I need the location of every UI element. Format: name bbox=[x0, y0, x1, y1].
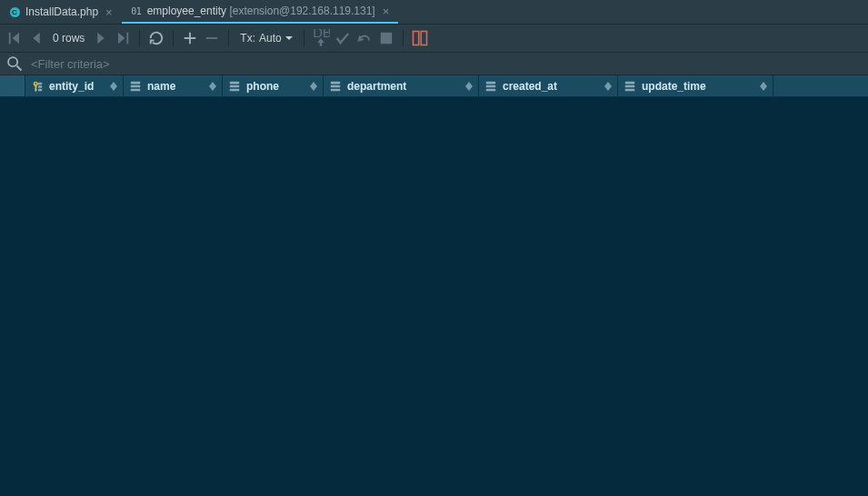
sort-icon[interactable] bbox=[760, 82, 767, 91]
svg-rect-12 bbox=[230, 84, 240, 87]
svg-rect-22 bbox=[625, 88, 635, 91]
separator bbox=[304, 30, 304, 46]
svg-rect-21 bbox=[625, 84, 635, 87]
svg-rect-10 bbox=[131, 88, 141, 91]
php-class-icon: C bbox=[9, 6, 20, 17]
separator bbox=[139, 30, 140, 46]
tab-bar: C InstallData.php × 01 employee_entity [… bbox=[0, 0, 868, 25]
submit-db-icon[interactable]: DB bbox=[312, 29, 330, 47]
separator bbox=[403, 30, 404, 46]
data-grid[interactable] bbox=[0, 97, 868, 496]
svg-rect-2 bbox=[413, 32, 418, 45]
column-header-department[interactable]: department bbox=[324, 75, 479, 96]
tab-label: employee_entity [extension@192.168.119.1… bbox=[147, 5, 375, 17]
add-row-icon[interactable] bbox=[181, 29, 199, 47]
svg-rect-7 bbox=[38, 88, 42, 91]
svg-rect-16 bbox=[331, 88, 341, 91]
table-data-icon: 01 bbox=[131, 5, 142, 16]
column-label: entity_id bbox=[49, 80, 94, 93]
sort-icon[interactable] bbox=[465, 82, 473, 91]
column-label: department bbox=[347, 80, 406, 93]
search-icon[interactable] bbox=[5, 55, 24, 73]
column-header-entity_id[interactable]: entity_id bbox=[25, 75, 124, 96]
filter-input[interactable] bbox=[31, 57, 863, 71]
column-icon bbox=[228, 80, 241, 93]
svg-rect-5 bbox=[38, 82, 42, 84]
svg-rect-13 bbox=[230, 88, 240, 91]
column-label: phone bbox=[246, 80, 279, 93]
svg-rect-6 bbox=[38, 85, 42, 88]
row-count: 0 rows bbox=[49, 32, 88, 45]
column-header-name[interactable]: name bbox=[124, 75, 223, 96]
table-header: entity_idnamephonedepartmentcreated_atup… bbox=[0, 75, 868, 97]
svg-rect-14 bbox=[331, 81, 341, 84]
column-header-phone[interactable]: phone bbox=[223, 75, 324, 96]
reload-icon[interactable] bbox=[147, 29, 165, 47]
chevron-down-icon bbox=[285, 35, 293, 42]
column-label: name bbox=[147, 80, 175, 93]
next-page-icon[interactable] bbox=[92, 29, 110, 47]
column-label: update_time bbox=[642, 80, 706, 93]
close-icon[interactable]: × bbox=[381, 5, 392, 18]
svg-rect-20 bbox=[625, 81, 635, 84]
svg-rect-8 bbox=[131, 81, 141, 84]
stop-icon[interactable] bbox=[377, 29, 395, 47]
last-page-icon[interactable] bbox=[114, 29, 132, 47]
svg-rect-1 bbox=[380, 33, 392, 45]
column-icon bbox=[129, 80, 142, 93]
row-gutter bbox=[0, 75, 25, 96]
svg-rect-17 bbox=[486, 81, 496, 84]
remove-row-icon[interactable] bbox=[203, 29, 221, 47]
filter-bar bbox=[0, 53, 868, 75]
sort-icon[interactable] bbox=[110, 82, 117, 91]
tx-mode-select[interactable]: Tx: Auto bbox=[236, 32, 295, 45]
toolbar: 0 rows Tx: Auto DB bbox=[0, 25, 868, 53]
svg-rect-3 bbox=[421, 32, 426, 45]
separator bbox=[228, 30, 229, 46]
tab-installdata[interactable]: C InstallData.php × bbox=[0, 0, 122, 24]
first-page-icon[interactable] bbox=[5, 29, 24, 47]
compare-icon[interactable] bbox=[411, 29, 429, 47]
svg-rect-11 bbox=[230, 81, 240, 84]
column-header-update_time[interactable]: update_time bbox=[618, 75, 773, 96]
svg-rect-15 bbox=[331, 84, 341, 87]
prev-page-icon[interactable] bbox=[27, 29, 45, 47]
separator bbox=[173, 30, 174, 46]
sort-icon[interactable] bbox=[310, 82, 317, 91]
svg-rect-19 bbox=[486, 88, 496, 91]
svg-point-4 bbox=[8, 57, 17, 66]
sort-icon[interactable] bbox=[209, 82, 216, 91]
close-icon[interactable]: × bbox=[104, 5, 115, 19]
column-icon bbox=[624, 80, 636, 93]
tx-label: Tx: bbox=[240, 32, 255, 45]
pk-column-icon bbox=[31, 80, 44, 93]
column-icon bbox=[329, 80, 342, 93]
svg-rect-18 bbox=[486, 84, 496, 87]
sort-icon[interactable] bbox=[604, 82, 612, 91]
column-label: created_at bbox=[503, 80, 557, 93]
tx-mode: Auto bbox=[259, 32, 282, 45]
tab-employee-entity[interactable]: 01 employee_entity [extension@192.168.11… bbox=[122, 0, 399, 24]
svg-rect-9 bbox=[131, 84, 141, 87]
accept-icon[interactable] bbox=[334, 29, 352, 47]
column-header-created_at[interactable]: created_at bbox=[479, 75, 618, 96]
svg-text:DB: DB bbox=[313, 29, 330, 40]
revert-icon[interactable] bbox=[355, 29, 374, 47]
tab-label: InstallData.php bbox=[25, 5, 98, 18]
column-icon bbox=[484, 80, 497, 93]
